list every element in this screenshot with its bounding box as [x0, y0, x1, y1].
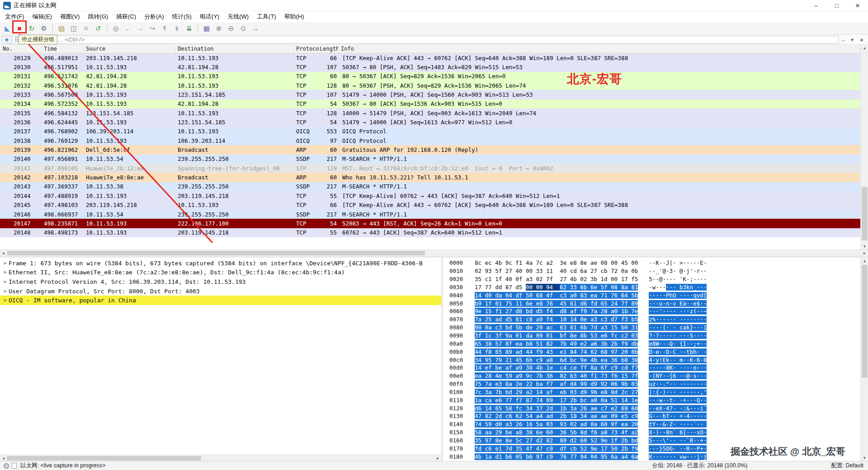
hex-byte[interactable]: 27 — [631, 389, 638, 395]
hex-ascii-char[interactable]: · — [700, 332, 703, 339]
hex-byte[interactable]: 74 — [475, 421, 485, 428]
hex-row[interactable]: 00f075 7a e3 8a 2e 22 ba f7 af d4 99 d9 … — [443, 380, 860, 388]
hex-ascii-char[interactable]: · — [693, 268, 697, 274]
hex-ascii-char[interactable]: @ — [679, 268, 683, 274]
hex-byte[interactable]: 65 — [495, 348, 505, 355]
hex-byte[interactable]: bd — [631, 437, 638, 444]
hex-ascii-char[interactable]: 1 — [703, 324, 707, 331]
hex-ascii-char[interactable]: · — [679, 397, 683, 404]
hex-ascii-char[interactable]: · — [656, 276, 659, 282]
packet-row[interactable]: 20143497.36933710.11.53.38239.255.255.25… — [0, 182, 860, 191]
hex-ascii-char[interactable]: · — [703, 429, 707, 436]
hex-ascii-char[interactable]: { — [669, 372, 673, 379]
detail-line[interactable]: >OICQ - IM software, popular in China — [0, 296, 441, 305]
hex-byte[interactable]: 6a — [631, 453, 638, 460]
hex-byte[interactable]: f7 — [515, 397, 526, 404]
hex-byte[interactable]: 38 — [526, 364, 536, 371]
hex-byte[interactable]: a3 — [505, 421, 516, 428]
hex-ascii-char[interactable]: · — [683, 413, 687, 419]
hex-byte[interactable]: 1a — [485, 453, 495, 460]
hex-row[interactable]: 003017 77 dd 87 d5 00 00 94 62 33 6b 6e … — [443, 283, 860, 291]
hex-ascii-char[interactable]: · — [683, 381, 687, 387]
hex-byte[interactable]: 44 — [526, 348, 536, 355]
hex-ascii-char[interactable]: j — [703, 453, 707, 460]
hex-byte[interactable]: 9b — [621, 381, 632, 387]
hex-byte[interactable]: e3 — [495, 381, 505, 387]
hex-byte[interactable]: 59 — [485, 421, 495, 428]
hex-ascii-char[interactable]: · — [703, 300, 707, 307]
hex-ascii-char[interactable]: + — [679, 413, 683, 419]
hex-ascii-char[interactable]: · — [662, 453, 666, 460]
close-file-icon[interactable]: ✕ — [80, 23, 91, 34]
hex-byte[interactable]: ea — [600, 357, 611, 363]
hex-ascii-char[interactable]: i — [700, 405, 703, 412]
hex-ascii-char[interactable]: · — [693, 429, 697, 436]
hex-byte[interactable]: 08 — [600, 259, 611, 266]
hex-byte[interactable]: 52 — [590, 437, 601, 444]
add-filter-button[interactable]: + — [857, 36, 867, 44]
hex-byte[interactable]: d8 — [560, 308, 570, 315]
hex-byte[interactable]: 45 — [560, 300, 570, 307]
hex-ascii-char[interactable]: ) — [656, 429, 659, 436]
save-file-icon[interactable]: ◫ — [68, 23, 79, 34]
hex-byte[interactable]: 5f — [495, 268, 505, 274]
hex-byte[interactable]: 8b — [580, 332, 590, 339]
hex-byte[interactable]: e8 — [536, 300, 546, 307]
hex-byte[interactable]: 45 — [621, 259, 632, 266]
hex-byte[interactable]: 74 — [580, 348, 590, 355]
hex-ascii-char[interactable]: @ — [662, 268, 666, 274]
hex-row[interactable]: 00d014 ef be af a9 38 4b 1e c4 ce ff 8a … — [443, 364, 860, 372]
hex-byte[interactable]: 58 — [475, 429, 485, 436]
hex-byte[interactable]: 14 — [475, 292, 485, 299]
hex-ascii-char[interactable]: · — [693, 413, 697, 419]
menu-item-file[interactable]: 文件(F) — [1, 11, 28, 22]
profile-text[interactable]: 配置: Default — [831, 462, 863, 470]
hex-byte[interactable]: 36 — [611, 357, 621, 363]
hex-byte[interactable]: 8e — [570, 332, 580, 339]
hex-byte[interactable]: 60 — [546, 429, 560, 436]
hex-byte[interactable]: 17 — [475, 284, 485, 291]
hex-byte[interactable]: 7a — [485, 381, 495, 387]
hex-byte[interactable]: 47 — [536, 445, 546, 452]
hex-byte[interactable]: 77 — [505, 397, 516, 404]
hex-ascii-char[interactable]: · — [673, 316, 679, 323]
hex-ascii-char[interactable]: · — [683, 292, 687, 299]
hex-byte[interactable]: 0a — [600, 397, 611, 404]
hex-ascii-char[interactable]: · — [703, 284, 707, 291]
hex-byte[interactable]: bd — [505, 324, 516, 331]
hex-byte[interactable]: 8c — [475, 259, 485, 266]
hex-ascii-char[interactable]: · — [683, 332, 687, 339]
hex-ascii-char[interactable]: · — [703, 348, 707, 355]
hex-byte[interactable]: 34 — [526, 405, 536, 412]
hex-ascii-char[interactable]: · — [703, 413, 707, 419]
hex-ascii-char[interactable]: · — [686, 332, 690, 339]
hex-ascii-char[interactable]: · — [703, 397, 707, 404]
hex-byte[interactable]: 17 — [621, 276, 632, 282]
hex-byte[interactable]: 09 — [536, 332, 546, 339]
hex-ascii-char[interactable]: · — [673, 453, 679, 460]
detail-line[interactable]: >Frame 1: 673 bytes on wire (5384 bits),… — [0, 258, 441, 268]
hex-byte[interactable]: 1f — [495, 276, 505, 282]
hex-byte[interactable]: 95 — [485, 357, 495, 363]
hex-byte[interactable]: 90 — [475, 324, 485, 331]
hex-ascii-char[interactable]: t — [669, 397, 673, 404]
hex-byte[interactable]: 8d — [580, 429, 590, 436]
hex-byte[interactable]: 38 — [526, 429, 536, 436]
hex-byte[interactable]: 43 — [546, 348, 560, 355]
hex-ascii-char[interactable]: > — [679, 259, 683, 266]
hex-byte[interactable]: 73 — [600, 372, 611, 379]
hex-ascii-char[interactable]: W — [656, 340, 659, 347]
reload-icon[interactable]: ↺ — [93, 23, 104, 34]
hex-byte[interactable]: ae — [590, 405, 601, 412]
hex-byte[interactable]: bc — [580, 397, 590, 404]
hex-ascii-char[interactable]: · — [693, 316, 697, 323]
packet-row[interactable]: 20137496.768902106.39.203.11410.11.53.19… — [0, 127, 860, 136]
detail-line[interactable]: >Ethernet II, Src: HuaweiTe_e8:8e:ae (7c… — [0, 268, 441, 277]
hex-ascii-char[interactable]: · — [669, 284, 673, 291]
hex-ascii-char[interactable]: · — [673, 445, 679, 452]
hex-byte[interactable]: bf — [560, 332, 570, 339]
details-hscrollbar[interactable]: ◄ ► — [0, 455, 441, 461]
hex-ascii-char[interactable]: ) — [662, 389, 666, 395]
hex-byte[interactable]: 20 — [536, 324, 546, 331]
hex-byte[interactable]: ba — [536, 381, 546, 387]
